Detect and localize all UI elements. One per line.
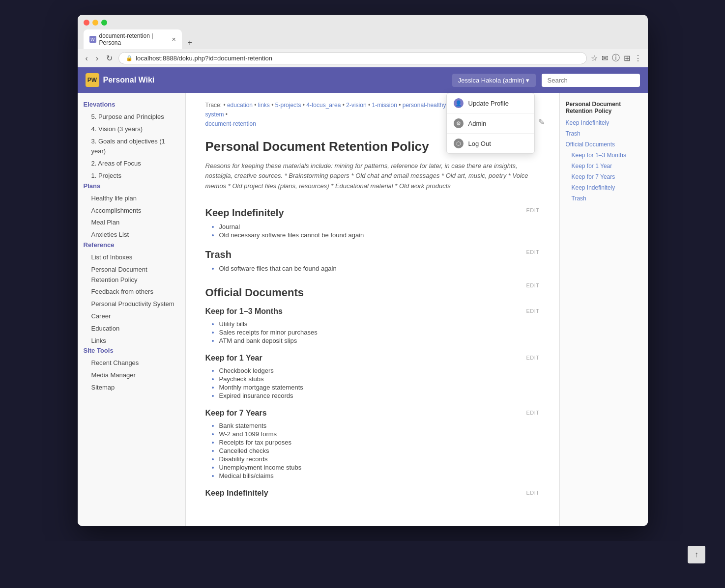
admin-icon: ⚙ (454, 118, 464, 128)
sidebar-item-accomplishments[interactable]: Accomplishments (84, 205, 179, 217)
1-3-months-list: Utility bills Sales receipts for minor p… (205, 320, 540, 345)
edit-1-year-btn[interactable]: EDIT (526, 355, 539, 361)
toc-item-keep-indefinitely[interactable]: Keep Indefinitely (566, 117, 642, 128)
toc-item-keep-indefinitely-sub[interactable]: Keep Indefinitely (566, 182, 642, 193)
search-input[interactable] (542, 74, 640, 87)
sidebar-item-vision[interactable]: 4. Vision (3 years) (84, 123, 179, 136)
user-dropdown-menu: 👤 Update Profile ⚙ Admin ⬡ Log Out (446, 93, 535, 154)
sidebar-section-title-site-tools: Site Tools (84, 347, 179, 354)
sidebar-item-media-manager[interactable]: Media Manager (84, 369, 179, 382)
1-year-list: Checkbook ledgers Paycheck stubs Monthly… (205, 366, 540, 400)
sidebar-item-recent-changes[interactable]: Recent Changes (84, 357, 179, 369)
admin-item[interactable]: ⚙ Admin (447, 113, 534, 133)
breadcrumb-retention[interactable]: document-retention (205, 120, 256, 127)
user-menu-button[interactable]: Jessica Hakola (admin) ▾ (452, 74, 536, 87)
sidebar-item-projects[interactable]: 1. Projects (84, 170, 179, 182)
tab-label: document-retention | Persona (99, 32, 167, 46)
toc-item-7-years[interactable]: Keep for 7 Years (566, 171, 642, 182)
subsection-7-years: Keep for 7 Years EDIT Bank statements W-… (205, 406, 540, 480)
list-item: ATM and bank deposit slips (219, 336, 540, 345)
toc-item-trash[interactable]: Trash (566, 128, 642, 139)
toc-item-trash-sub[interactable]: Trash (566, 193, 642, 204)
back-button[interactable]: ‹ (84, 53, 90, 64)
new-tab-button[interactable]: + (184, 36, 196, 49)
sidebar-item-education[interactable]: Education (84, 323, 179, 335)
more-icon[interactable]: ⋮ (634, 54, 642, 63)
mail-icon[interactable]: ✉ (602, 54, 608, 63)
toc-item-official-docs[interactable]: Official Documents (566, 139, 642, 150)
dot-yellow[interactable] (92, 20, 98, 26)
subsection-1-3-months-header: Keep for 1–3 Months EDIT (205, 304, 540, 320)
breadcrumb-4focus[interactable]: 4-focus_area (306, 102, 341, 109)
update-profile-item[interactable]: 👤 Update Profile (447, 93, 534, 113)
breadcrumb-links[interactable]: links (258, 102, 270, 109)
sidebar-item-productivity[interactable]: Personal Productivity System (84, 298, 179, 310)
subsection-1-3-months-title: Keep for 1–3 Months (205, 307, 283, 316)
star-icon[interactable]: ☆ (591, 54, 598, 63)
dot-green[interactable] (101, 20, 107, 26)
sidebar-item-career[interactable]: Career (84, 310, 179, 323)
sidebar-item-doc-retention[interactable]: Personal Document Retention Policy (84, 264, 179, 286)
app-body: Elevations 5. Purpose and Principles 4. … (78, 93, 648, 526)
sidebar-section-reference: Reference List of Inboxes Personal Docum… (84, 241, 179, 347)
sidebar-item-healthy-life[interactable]: Healthy life plan (84, 193, 179, 205)
tab-close-btn[interactable]: ✕ (172, 36, 176, 43)
reload-button[interactable]: ↻ (104, 53, 115, 64)
subsection-7-years-title: Keep for 7 Years (205, 409, 267, 418)
url-text: localhost:8888/doku.php?id=document-rete… (136, 55, 272, 62)
sidebar-item-list-inboxes[interactable]: List of Inboxes (84, 252, 179, 264)
section-trash-title: Trash (205, 249, 232, 260)
sidebar-item-feedback[interactable]: Feedback from others (84, 286, 179, 298)
subsection-1-year-title: Keep for 1 Year (205, 354, 262, 363)
extension-icon[interactable]: ⊞ (624, 54, 630, 63)
forward-button[interactable]: › (94, 53, 100, 64)
sidebar-section-elevations: Elevations 5. Purpose and Principles 4. … (84, 101, 179, 182)
sidebar-item-areas[interactable]: 2. Areas of Focus (84, 158, 179, 170)
sidebar-section-title-reference: Reference (84, 241, 179, 249)
edit-trash-btn[interactable]: EDIT (526, 249, 539, 255)
logo-icon: PW (86, 73, 99, 87)
profile-icon: 👤 (454, 98, 464, 108)
breadcrumb-5projects[interactable]: 5-projects (275, 102, 301, 109)
section-official-docs-header: Official Documents EDIT (205, 279, 540, 304)
address-bar[interactable]: 🔒 localhost:8888/doku.php?id=document-re… (118, 52, 586, 64)
breadcrumb-2vision[interactable]: 2-vision (346, 102, 366, 109)
list-item: Disability records (219, 455, 540, 463)
edit-1-3-months-btn[interactable]: EDIT (526, 308, 539, 314)
sidebar-item-sitemap[interactable]: Sitemap (84, 382, 179, 394)
browser-tab-active[interactable]: W document-retention | Persona ✕ (84, 29, 182, 49)
sidebar-item-meal-plan[interactable]: Meal Plan (84, 217, 179, 229)
subsection-7-years-header: Keep for 7 Years EDIT (205, 406, 540, 421)
update-profile-label: Update Profile (468, 100, 509, 107)
logout-item[interactable]: ⬡ Log Out (447, 134, 534, 153)
logout-icon: ⬡ (454, 139, 464, 148)
breadcrumb-1mission[interactable]: 1-mission (372, 102, 397, 109)
sidebar-item-links[interactable]: Links (84, 335, 179, 347)
app-logo: PW Personal Wiki (86, 73, 155, 87)
list-item: Journal (219, 223, 540, 231)
list-item: Expired insurance records (219, 392, 540, 400)
edit-keep-indefinitely-official-btn[interactable]: EDIT (526, 490, 539, 496)
list-item: Old necessary software files cannot be f… (219, 231, 540, 239)
sidebar-section-title-plans: Plans (84, 182, 179, 190)
browser-dots (84, 20, 642, 26)
dot-red[interactable] (84, 20, 89, 26)
toc-item-1-year[interactable]: Keep for 1 Year (566, 161, 642, 171)
sidebar-item-anxieties[interactable]: Anxieties List (84, 229, 179, 241)
toc-item-1-3-months[interactable]: Keep for 1–3 Months (566, 150, 642, 161)
subsection-1-3-months: Keep for 1–3 Months EDIT Utility bills S… (205, 304, 540, 345)
header-right: Jessica Hakola (admin) ▾ (452, 74, 640, 87)
subsection-keep-indefinitely-official-header: Keep Indefinitely EDIT (205, 486, 540, 502)
sidebar-item-goals[interactable]: 3. Goals and objectives (1 year) (84, 136, 179, 158)
edit-keep-indefinitely-btn[interactable]: EDIT (526, 207, 539, 213)
app-layout: PW Personal Wiki Jessica Hakola (admin) … (78, 67, 648, 526)
sidebar-item-purpose[interactable]: 5. Purpose and Principles (84, 111, 179, 123)
page-edit-icon[interactable]: ✎ (538, 117, 545, 127)
edit-7-years-btn[interactable]: EDIT (526, 410, 539, 416)
breadcrumb-education[interactable]: education (227, 102, 253, 109)
info-icon[interactable]: ⓘ (612, 53, 620, 63)
admin-label: Admin (468, 120, 487, 127)
subsection-1-year-header: Keep for 1 Year EDIT (205, 351, 540, 366)
edit-official-docs-btn[interactable]: EDIT (526, 282, 539, 288)
list-item: Checkbook ledgers (219, 366, 540, 375)
